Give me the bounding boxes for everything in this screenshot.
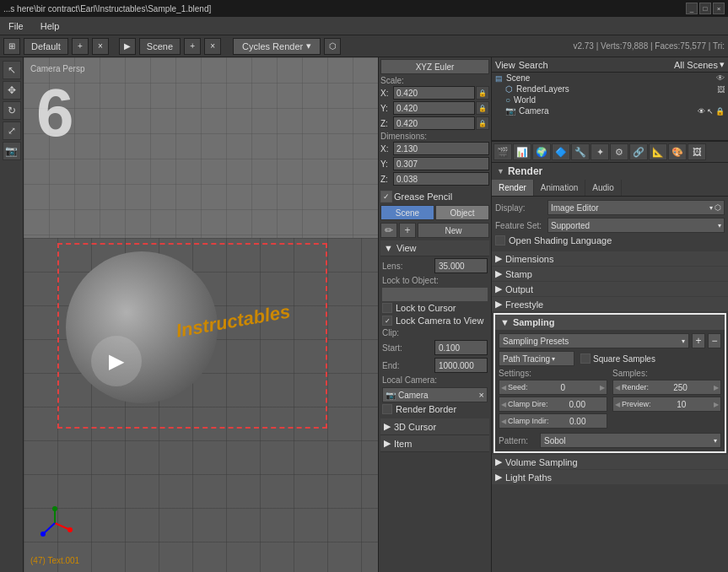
tool-move[interactable]: ✥ — [3, 81, 21, 100]
scale-x-lock-icon[interactable]: 🔒 — [476, 86, 489, 100]
output-section-header[interactable]: ▶ Output — [492, 282, 728, 296]
render-engine-selector[interactable]: Cycles Render ▾ — [233, 38, 321, 55]
render-icon-button[interactable]: 🎬 — [493, 143, 512, 160]
orientation-selector[interactable]: XYZ Euler — [380, 59, 489, 74]
scene-eye-icon[interactable]: 👁 — [716, 73, 725, 83]
clamp-dir-field[interactable]: ◀ Clamp Dire: 0.00 — [499, 397, 607, 412]
object-tab-button[interactable]: Object — [435, 205, 489, 220]
dim-y-field[interactable]: 0.307 — [393, 157, 489, 170]
item-section-header[interactable]: ▶ Item — [380, 435, 489, 452]
scale-y-field[interactable]: 0.420 — [393, 101, 475, 115]
menu-help[interactable]: Help — [35, 19, 65, 33]
render-samples-left-icon[interactable]: ◀ — [613, 384, 622, 391]
object-icon-button[interactable]: 🔷 — [552, 143, 570, 160]
lock-camera-checkbox[interactable] — [382, 316, 392, 326]
particles-icon-button[interactable]: ✦ — [590, 143, 609, 160]
display-selector[interactable]: Image Editor ▾ ⬡ — [547, 200, 725, 215]
scene-tab-button[interactable]: Scene — [380, 205, 434, 220]
camera-clear-icon[interactable]: × — [479, 390, 484, 400]
new-button[interactable]: New — [418, 223, 489, 238]
outliner-scene-row[interactable]: ▤ Scene 👁 — [492, 73, 728, 84]
tool-scale[interactable]: ⤢ — [3, 121, 21, 140]
camera-cursor-icon[interactable]: ↖ — [707, 107, 714, 116]
light-paths-header[interactable]: ▶ Light Paths — [492, 470, 728, 484]
scene-icon-button[interactable]: 📊 — [513, 143, 531, 160]
sampling-section-header[interactable]: ▼ Sampling — [495, 315, 725, 330]
preview-right-icon[interactable]: ▶ — [712, 401, 720, 408]
preview-left-icon[interactable]: ◀ — [613, 401, 622, 408]
square-samples-checkbox[interactable] — [580, 353, 590, 364]
tool-camera[interactable]: 📷 — [3, 142, 21, 160]
start-field[interactable]: 0.100 — [434, 340, 488, 355]
render-right-icon[interactable]: ▶ — [712, 384, 720, 391]
dimensions-section-header[interactable]: ▶ Dimensions — [492, 251, 728, 266]
pencil-icon-button[interactable]: ✏ — [380, 223, 397, 238]
constraints-icon-button[interactable]: 🔗 — [629, 143, 648, 160]
scale-z-field[interactable]: 0.420 — [393, 116, 475, 130]
remove-workspace-button[interactable]: × — [92, 38, 109, 55]
end-field[interactable]: 1000.000 — [434, 358, 488, 373]
minimize-button[interactable]: _ — [686, 3, 698, 14]
feature-set-selector[interactable]: Supported ▾ — [547, 218, 725, 233]
clamp-indir-field[interactable]: ◀ Clamp Indir: 0.00 — [499, 413, 607, 429]
seed-left-arrow-icon[interactable]: ◀ — [499, 384, 508, 391]
dim-z-field[interactable]: 0.038 — [393, 172, 489, 186]
outliner-camera-row[interactable]: 📷 Camera 👁 ↖ 🔒 — [492, 105, 728, 116]
volume-sampling-header[interactable]: ▶ Volume Sampling — [492, 455, 728, 469]
data-icon-button[interactable]: 📐 — [649, 143, 667, 160]
scale-y-lock-icon[interactable]: 🔒 — [476, 101, 489, 115]
sampling-add-button[interactable]: + — [692, 333, 705, 348]
scene-label[interactable]: Scene — [139, 38, 181, 55]
pattern-selector[interactable]: Sobol ▾ — [540, 433, 721, 448]
render-samples-field[interactable]: ◀ Render: 250 ▶ — [612, 380, 721, 395]
render-border-checkbox[interactable] — [382, 404, 392, 414]
workspace-label[interactable]: Default — [24, 38, 68, 55]
add-scene-button[interactable]: + — [184, 38, 201, 55]
viewport[interactable]: Camera Persp 6 ▶ Instructables (47) Text… — [24, 57, 378, 572]
lens-field[interactable]: 35.000 — [434, 258, 488, 273]
scale-x-field[interactable]: 0.420 — [393, 86, 475, 100]
tab-audio[interactable]: Audio — [585, 180, 622, 196]
view-section-header[interactable]: ▼ View — [380, 240, 489, 256]
clamp-dir-left-icon[interactable]: ◀ — [499, 401, 508, 408]
outliner-renderlayers-row[interactable]: ⬡ RenderLayers 🖼 — [492, 84, 728, 94]
camera-eye-icon[interactable]: 👁 — [698, 107, 705, 116]
scenes-arrow-icon[interactable]: ▾ — [720, 59, 725, 70]
modifier-icon-button[interactable]: 🔧 — [571, 143, 590, 160]
workspace-icon-button[interactable]: ⊞ — [3, 38, 20, 55]
tool-select[interactable]: ↖ — [3, 61, 21, 79]
sampling-presets-selector[interactable]: Sampling Presets ▾ — [499, 333, 689, 348]
world-icon-button[interactable]: 🌍 — [532, 143, 551, 160]
close-button[interactable]: × — [713, 3, 725, 14]
outliner-search-label[interactable]: Search — [519, 60, 548, 70]
renderlayers-image-icon[interactable]: 🖼 — [717, 85, 725, 94]
dim-x-field[interactable]: 2.130 — [393, 142, 489, 155]
tab-animation[interactable]: Animation — [534, 180, 585, 196]
lock-to-cursor-checkbox[interactable] — [382, 303, 392, 313]
clamp-indir-left-icon[interactable]: ◀ — [499, 418, 508, 425]
outliner-world-row[interactable]: ○ World — [492, 94, 728, 105]
materials-icon-button[interactable]: 🎨 — [668, 143, 687, 160]
open-shading-checkbox[interactable] — [495, 235, 505, 246]
tab-render[interactable]: Render — [492, 180, 534, 196]
textures-icon-button[interactable]: 🖼 — [688, 143, 706, 160]
freestyle-section-header[interactable]: ▶ Freestyle — [492, 297, 728, 311]
display-icon[interactable]: ⬡ — [715, 203, 721, 212]
grease-pencil-checkbox[interactable] — [380, 191, 392, 202]
path-tracing-selector[interactable]: Path Tracing ▾ — [499, 351, 574, 366]
tool-rotate[interactable]: ↻ — [3, 101, 21, 120]
menu-file[interactable]: File — [3, 19, 29, 33]
seed-right-arrow-icon[interactable]: ▶ — [598, 384, 607, 391]
3d-cursor-section-header[interactable]: ▶ 3D Cursor — [380, 418, 489, 435]
preview-samples-field[interactable]: ◀ Preview: 10 ▶ — [612, 397, 721, 412]
outliner-view-label[interactable]: View — [495, 60, 515, 70]
camera-lock-icon[interactable]: 🔒 — [715, 107, 725, 116]
lock-to-object-field[interactable] — [382, 288, 488, 301]
physics-icon-button[interactable]: ⚙ — [610, 143, 628, 160]
remove-scene-button[interactable]: × — [204, 38, 221, 55]
maximize-button[interactable]: □ — [699, 3, 711, 14]
stamp-section-header[interactable]: ▶ Stamp — [492, 267, 728, 281]
camera-field[interactable]: 📷 Camera × — [382, 387, 488, 402]
seed-field[interactable]: ◀ Seed: 0 ▶ — [499, 380, 607, 395]
scale-z-lock-icon[interactable]: 🔒 — [476, 116, 489, 130]
